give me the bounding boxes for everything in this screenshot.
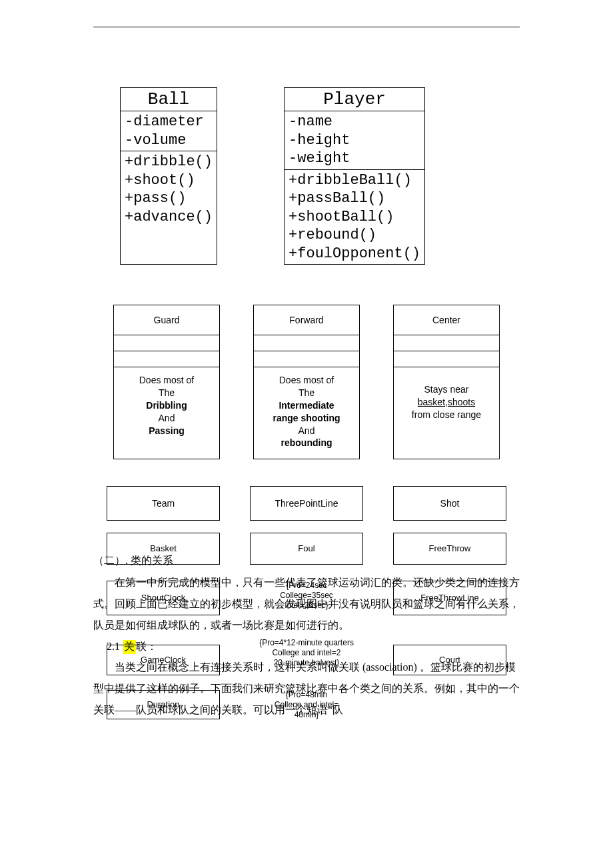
- highlight: 关: [123, 640, 136, 654]
- uml-class-name: Ball: [121, 88, 217, 111]
- role-empty-2: [394, 351, 499, 367]
- uml-class-row: Ball -diameter -volume +dribble() +shoot…: [93, 87, 520, 265]
- label-row-1: Team ThreePointLine Shot: [93, 486, 520, 521]
- uml-op: +dribble(): [125, 153, 213, 171]
- role-desc-line: And: [299, 425, 315, 436]
- roles-row: Guard Does most of The Dribbling And Pas…: [93, 305, 520, 459]
- uml-op: +shootBall(): [289, 208, 420, 227]
- role-empty-2: [254, 351, 359, 367]
- uml-op: +passBall(): [289, 189, 420, 208]
- role-description: Does most of The Intermediate range shoo…: [254, 367, 359, 459]
- uml-attributes: -diameter -volume: [121, 111, 217, 151]
- uml-attributes: -name -height -weight: [285, 111, 424, 170]
- role-desc-line: And: [159, 413, 175, 423]
- role-empty-1: [394, 335, 499, 351]
- role-desc-line: from close range: [412, 409, 481, 420]
- role-forward: Forward Does most of The Intermediate ra…: [253, 305, 360, 459]
- uml-class-ball: Ball -diameter -volume +dribble() +shoot…: [120, 87, 217, 265]
- role-desc-bold: Intermediate: [279, 400, 334, 411]
- label-shot: Shot: [393, 486, 506, 521]
- role-name: Guard: [114, 305, 219, 335]
- sub-heading-pre: 2.1: [107, 641, 120, 652]
- role-desc-line: The: [159, 387, 175, 398]
- uml-attr: -weight: [289, 149, 420, 168]
- uml-class-player: Player -name -height -weight +dribbleBal…: [284, 87, 425, 265]
- section-heading: （二）. 类的关系: [93, 554, 520, 568]
- role-center: Center Stays near basket,shoots from clo…: [393, 305, 500, 459]
- uml-op: +shoot(): [125, 171, 213, 190]
- uml-op: +dribbleBall(): [289, 171, 420, 190]
- role-description: Does most of The Dribbling And Passing: [114, 367, 219, 446]
- sub-heading: 2.1 关联：: [107, 640, 520, 654]
- overlay-area: Basket Foul FreeThrow ShoutClock {Pro=24…: [93, 533, 520, 721]
- role-desc-bold: rebounding: [281, 437, 332, 448]
- label-threepointline: ThreePointLine: [250, 486, 363, 521]
- role-empty-2: [114, 351, 219, 367]
- uml-op: +rebound(): [289, 226, 420, 245]
- label-team: Team: [107, 486, 220, 521]
- uml-attr: -name: [289, 113, 420, 131]
- body-paragraph-1: 在第一中所完成的模型中，只有一些代表了篮球运动词汇的类。还缺少类之间的连接方式。…: [93, 572, 520, 636]
- role-desc-underline: basket,shoots: [418, 397, 475, 407]
- uml-operations: +dribble() +shoot() +pass() +advance(): [121, 151, 217, 227]
- role-desc-bold: Passing: [149, 425, 185, 436]
- uml-attr: -diameter: [125, 113, 213, 131]
- role-desc-line: Does most of: [139, 375, 194, 385]
- uml-attr: -height: [289, 131, 420, 150]
- role-empty-1: [114, 335, 219, 351]
- role-desc-line: Does most of: [279, 375, 334, 385]
- role-desc-bold: Dribbling: [146, 400, 187, 411]
- role-name: Center: [394, 305, 499, 335]
- uml-op: +advance(): [125, 208, 213, 227]
- page-header-rule: [93, 27, 520, 27]
- sub-heading-post: 联：: [136, 641, 157, 652]
- uml-class-name: Player: [285, 88, 424, 111]
- uml-op: +pass(): [125, 189, 213, 208]
- role-desc-bold: range shooting: [273, 413, 340, 423]
- uml-attr: -volume: [125, 131, 213, 150]
- role-empty-1: [254, 335, 359, 351]
- role-desc-line: The: [299, 387, 314, 398]
- uml-op: +foulOpponent(): [289, 245, 420, 263]
- role-guard: Guard Does most of The Dribbling And Pas…: [113, 305, 220, 459]
- role-desc-line: Stays near: [424, 384, 469, 395]
- role-description: Stays near basket,shoots from close rang…: [394, 367, 499, 431]
- body-paragraph-2: 当类之间在概念上有连接关系时，这种关系叫做关联 (association) 。篮…: [93, 657, 520, 721]
- role-name: Forward: [254, 305, 359, 335]
- uml-operations: +dribbleBall() +passBall() +shootBall() …: [285, 170, 424, 265]
